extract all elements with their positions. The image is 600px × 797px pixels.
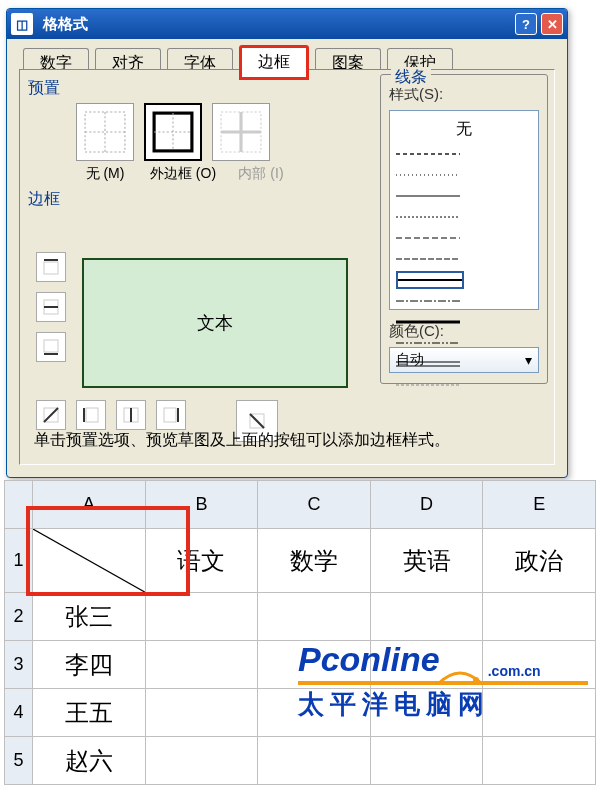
border-preview: 文本 <box>82 258 348 388</box>
border-top-btn[interactable] <box>36 252 66 282</box>
style-item[interactable] <box>396 166 464 184</box>
preset-outline[interactable] <box>144 103 202 161</box>
col-header-b[interactable]: B <box>145 481 258 529</box>
tab-border[interactable]: 边框 <box>239 45 309 80</box>
border-diag-up-btn[interactable] <box>36 400 66 430</box>
style-item[interactable] <box>396 376 464 394</box>
preset-none-label: 无 (M) <box>68 165 142 183</box>
spreadsheet-grid[interactable]: A B C D E 1 语文 数学 英语 政治 2张三 3李四 4王五 5赵六 <box>4 480 596 785</box>
style-none[interactable]: 无 <box>396 117 532 142</box>
app-icon: ◫ <box>11 13 33 35</box>
row-header-1[interactable]: 1 <box>5 529 33 593</box>
color-value: 自动 <box>396 351 424 369</box>
svg-rect-21 <box>164 408 176 422</box>
help-hint: 单击预置选项、预览草图及上面的按钮可以添加边框样式。 <box>34 428 540 452</box>
row-header-2[interactable]: 2 <box>5 593 33 641</box>
close-button[interactable]: ✕ <box>541 13 563 35</box>
svg-line-24 <box>250 414 264 428</box>
col-header-e[interactable]: E <box>483 481 596 529</box>
style-item[interactable] <box>396 271 464 289</box>
cell[interactable] <box>483 737 596 785</box>
border-right-btn[interactable] <box>156 400 186 430</box>
svg-line-16 <box>44 408 58 422</box>
cell-a2[interactable]: 张三 <box>33 593 146 641</box>
lines-label: 线条 <box>391 67 431 88</box>
cell-a3[interactable]: 李四 <box>33 641 146 689</box>
lines-group: 线条 样式(S): 无 颜色(C): 自动 <box>380 74 548 384</box>
preset-inside[interactable] <box>212 103 270 161</box>
border-bottom-btn[interactable] <box>36 332 66 362</box>
row-header-5[interactable]: 5 <box>5 737 33 785</box>
cell-a4[interactable]: 王五 <box>33 689 146 737</box>
cell-a1[interactable] <box>33 529 146 593</box>
cell[interactable] <box>370 593 483 641</box>
svg-point-39 <box>473 677 479 683</box>
row-header-4[interactable]: 4 <box>5 689 33 737</box>
cell[interactable] <box>258 737 371 785</box>
titlebar[interactable]: ◫ 格格式 ? ✕ <box>7 9 567 39</box>
cell-a5[interactable]: 赵六 <box>33 737 146 785</box>
watermark-logo: Pconline .com.cn 太平洋电脑网 <box>298 640 588 722</box>
preset-none[interactable] <box>76 103 134 161</box>
border-left-btn[interactable] <box>76 400 106 430</box>
cell[interactable] <box>145 641 258 689</box>
border-panel: 预置 无 (M) 外边框 (O) 内部 (I) 边框 <box>19 69 555 465</box>
preset-inside-label: 内部 (I) <box>224 165 298 183</box>
row-header-3[interactable]: 3 <box>5 641 33 689</box>
col-header-d[interactable]: D <box>370 481 483 529</box>
style-item[interactable] <box>396 250 464 268</box>
cell[interactable] <box>370 737 483 785</box>
style-item[interactable] <box>396 145 464 163</box>
cell-c1[interactable]: 数学 <box>258 529 371 593</box>
cell[interactable] <box>483 593 596 641</box>
cell-e1[interactable]: 政治 <box>483 529 596 593</box>
cell[interactable] <box>145 689 258 737</box>
style-item[interactable] <box>396 187 464 205</box>
logo-brand: Pconline <box>298 640 440 679</box>
preset-outline-label: 外边框 (O) <box>146 165 220 183</box>
svg-line-38 <box>33 529 145 592</box>
cell[interactable] <box>145 593 258 641</box>
help-button[interactable]: ? <box>515 13 537 35</box>
cell[interactable] <box>145 737 258 785</box>
col-header-a[interactable]: A <box>33 481 146 529</box>
border-mid-h-btn[interactable] <box>36 292 66 322</box>
logo-swoosh-icon <box>436 657 484 679</box>
col-header-c[interactable]: C <box>258 481 371 529</box>
dialog-title: 格格式 <box>43 15 511 34</box>
cell-d1[interactable]: 英语 <box>370 529 483 593</box>
svg-rect-10 <box>44 262 58 274</box>
corner-cell[interactable] <box>5 481 33 529</box>
style-item[interactable] <box>396 292 464 310</box>
border-mid-v-btn[interactable] <box>116 400 146 430</box>
style-item[interactable] <box>396 208 464 226</box>
cell-b1[interactable]: 语文 <box>145 529 258 593</box>
chevron-down-icon: ▾ <box>525 352 532 368</box>
style-item[interactable] <box>396 229 464 247</box>
svg-rect-13 <box>44 340 58 352</box>
preview-text: 文本 <box>197 311 233 335</box>
format-cells-dialog: ◫ 格格式 ? ✕ 数字 对齐 字体 边框 图案 保护 预置 <box>6 8 568 478</box>
svg-rect-18 <box>86 408 98 422</box>
color-label: 颜色(C): <box>389 322 539 341</box>
cell[interactable] <box>258 593 371 641</box>
line-style-list[interactable]: 无 <box>389 110 539 310</box>
logo-domain: .com.cn <box>488 663 541 679</box>
